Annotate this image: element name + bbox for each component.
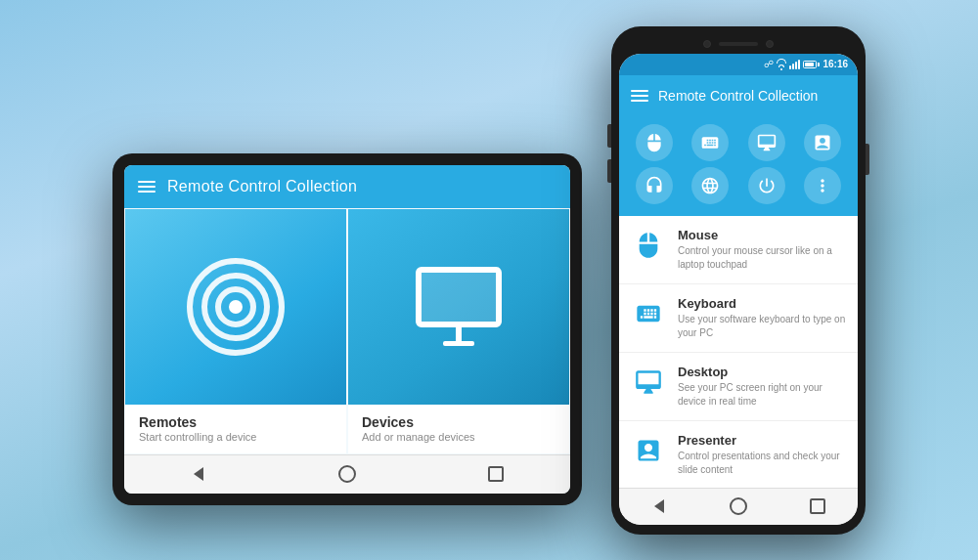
globe-icon (700, 176, 720, 195)
phone-nav-back[interactable] (647, 495, 671, 518)
phone-nav-bar (619, 488, 858, 525)
presenter-title: Presenter (678, 433, 846, 448)
keyboard-text: Keyboard Use your software keyboard to t… (678, 296, 846, 340)
desktop-text: Desktop See your PC screen right on your… (678, 365, 846, 409)
mouse-list-icon (635, 232, 662, 259)
phone-icon-grid (619, 116, 858, 216)
remotes-card[interactable]: Remotes Start controlling a device (124, 208, 347, 454)
wifi-arc-inner (778, 65, 784, 67)
list-desktop-icon (631, 365, 666, 400)
keyboard-icon (700, 133, 720, 152)
grid-icon-more[interactable] (804, 167, 841, 204)
signal-strength-icon (789, 60, 800, 69)
wifi-arc-outer (777, 59, 786, 64)
devices-container: Remote Control Collection Rem (112, 26, 866, 535)
mouse-title: Mouse (678, 228, 846, 242)
devices-card-title: Devices (362, 414, 556, 430)
grid-icon-power[interactable] (748, 167, 785, 204)
more-dots-icon (813, 176, 832, 195)
presenter-icon (813, 133, 832, 152)
wifi-status-dot (780, 68, 782, 70)
battery-icon (803, 61, 820, 68)
presenter-desc: Control presentations and check your sli… (678, 450, 846, 477)
phone-screen: ☍ (619, 54, 858, 525)
bluetooth-icon: ☍ (764, 59, 774, 69)
list-presenter-icon (631, 433, 666, 468)
monitor-icon (410, 263, 508, 351)
hamburger-menu-icon[interactable] (138, 181, 156, 193)
mouse-desc: Control your mouse cursor like on a lapt… (678, 244, 846, 272)
phone-topbar-title: Remote Control Collection (658, 88, 818, 104)
phone-statusbar: ☍ (619, 54, 858, 75)
phone-camera-area (703, 40, 774, 48)
wifi-signal-icon (187, 258, 285, 356)
headphones-icon (645, 176, 664, 195)
phone-device: ☍ (611, 26, 866, 535)
remotes-card-bg (125, 209, 346, 405)
mouse-text: Mouse Control your mouse cursor like on … (678, 228, 846, 272)
list-item-keyboard[interactable]: Keyboard Use your software keyboard to t… (619, 284, 858, 353)
grid-icon-presenter[interactable] (804, 124, 841, 161)
mouse-icon (645, 133, 664, 152)
grid-icon-web[interactable] (691, 167, 729, 204)
nav-recent-button[interactable] (484, 462, 508, 486)
grid-icon-audio[interactable] (636, 167, 673, 204)
signal-bar-3 (795, 62, 797, 69)
grid-icon-mouse[interactable] (636, 124, 673, 161)
desktop-desc: See your PC screen right on your device … (678, 381, 846, 409)
signal-bar-1 (789, 65, 791, 69)
devices-card[interactable]: Devices Add or manage devices (347, 208, 570, 454)
tablet-topbar: Remote Control Collection (124, 165, 570, 208)
battery-body (803, 61, 817, 68)
power-icon (757, 176, 777, 195)
status-time: 16:16 (822, 59, 848, 69)
phone-hamburger-icon[interactable] (631, 90, 648, 102)
tablet-screen: Remote Control Collection Rem (124, 165, 570, 494)
battery-fill (805, 63, 813, 66)
volume-down-button[interactable] (607, 159, 611, 183)
wifi-status-icon (777, 59, 786, 70)
power-button[interactable] (866, 144, 869, 175)
signal-bar-2 (792, 64, 794, 69)
tablet-card-grid: Remotes Start controlling a device (124, 208, 570, 454)
tablet-device: Remote Control Collection Rem (112, 153, 582, 505)
signal-bar-4 (798, 60, 800, 69)
grid-icon-keyboard[interactable] (691, 124, 729, 161)
keyboard-desc: Use your software keyboard to type on yo… (678, 313, 846, 340)
monitor-screen (416, 267, 502, 327)
keyboard-title: Keyboard (678, 296, 846, 311)
remotes-card-subtitle: Start controlling a device (139, 431, 333, 443)
wifi-dot (229, 300, 243, 314)
phone-list: Mouse Control your mouse cursor like on … (619, 216, 858, 488)
volume-up-button[interactable] (607, 124, 611, 148)
phone-topbar: Remote Control Collection (619, 75, 858, 116)
list-item-mouse[interactable]: Mouse Control your mouse cursor like on … (619, 216, 858, 284)
battery-tip (818, 63, 820, 66)
presenter-text: Presenter Control presentations and chec… (678, 433, 846, 477)
phone-nav-home[interactable] (727, 495, 750, 518)
desktop-icon (757, 133, 777, 152)
list-keyboard-icon (631, 296, 666, 331)
tablet-nav-bar (124, 454, 570, 494)
desktop-title: Desktop (678, 365, 846, 379)
remotes-card-title: Remotes (139, 414, 333, 430)
nav-home-button[interactable] (335, 462, 359, 486)
desktop-list-icon (635, 368, 662, 396)
phone-speaker (719, 42, 758, 46)
tablet-topbar-title: Remote Control Collection (167, 178, 357, 195)
monitor-base (443, 341, 474, 346)
keyboard-list-icon (635, 300, 662, 327)
list-mouse-icon (631, 228, 666, 263)
remotes-card-footer: Remotes Start controlling a device (125, 405, 346, 453)
nav-back-button[interactable] (187, 462, 210, 486)
grid-icon-desktop[interactable] (748, 124, 785, 161)
presenter-list-icon (635, 437, 662, 464)
devices-card-subtitle: Add or manage devices (362, 431, 556, 443)
phone-nav-recent[interactable] (806, 495, 829, 518)
list-item-presenter[interactable]: Presenter Control presentations and chec… (619, 421, 858, 488)
front-sensor (766, 40, 774, 48)
status-icons: ☍ (764, 59, 848, 70)
list-item-desktop[interactable]: Desktop See your PC screen right on your… (619, 353, 858, 421)
devices-card-footer: Devices Add or manage devices (348, 405, 569, 453)
monitor-stand (456, 327, 462, 341)
